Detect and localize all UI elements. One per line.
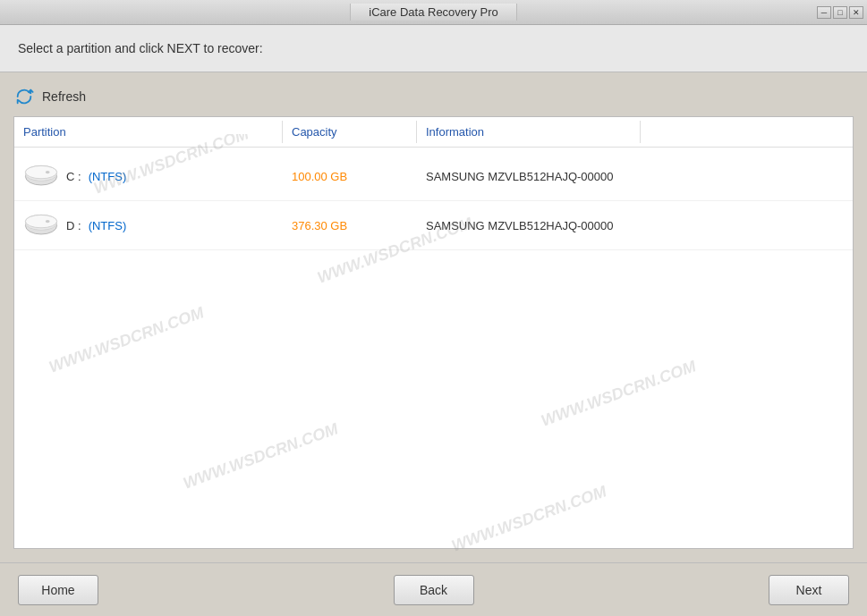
drive-d-capacity: 376.30 GB	[292, 219, 347, 232]
drive-c-letter: C :	[66, 170, 81, 183]
partition-cell-c: C : (NTFS)	[14, 159, 283, 193]
capacity-cell-d: 376.30 GB	[283, 215, 417, 237]
svg-point-8	[25, 215, 56, 227]
window-controls: ─ □ ✕	[817, 6, 863, 19]
next-button[interactable]: Next	[769, 575, 849, 605]
main-content: Select a partition and click NEXT to rec…	[0, 25, 867, 616]
table-body: C : (NTFS) 100.00 GB SAMSUNG MZVLB512HAJ…	[14, 148, 853, 255]
col-header-extra	[641, 121, 853, 143]
back-button[interactable]: Back	[394, 575, 474, 605]
drive-d-info: SAMSUNG MZVLB512HAJQ-00000	[426, 219, 614, 232]
content-panel: Refresh Partition Capacity Information	[0, 72, 867, 562]
capacity-cell-c: 100.00 GB	[283, 165, 417, 188]
instruction-text: Select a partition and click NEXT to rec…	[18, 41, 263, 55]
drive-d-letter: D :	[66, 219, 81, 232]
drive-d-fs: (NTFS)	[89, 219, 127, 232]
partition-table: Partition Capacity Information	[13, 116, 854, 549]
svg-point-4	[46, 171, 50, 173]
refresh-icon	[13, 86, 35, 107]
refresh-label: Refresh	[42, 89, 86, 104]
extra-cell-c	[641, 172, 853, 181]
info-cell-c: SAMSUNG MZVLB512HAJQ-00000	[417, 165, 641, 188]
table-header: Partition Capacity Information	[14, 117, 853, 148]
partition-row-c[interactable]: C : (NTFS) 100.00 GB SAMSUNG MZVLB512HAJ…	[14, 152, 853, 201]
drive-c-fs: (NTFS)	[89, 170, 127, 183]
app-title: iCare Data Recovery Pro	[350, 4, 517, 21]
info-cell-d: SAMSUNG MZVLB512HAJQ-00000	[417, 215, 641, 237]
drive-c-info: SAMSUNG MZVLB512HAJQ-00000	[426, 170, 614, 183]
col-header-capacity: Capacity	[283, 121, 417, 143]
col-header-partition: Partition	[14, 121, 283, 143]
restore-button[interactable]: □	[833, 6, 847, 19]
minimize-button[interactable]: ─	[817, 6, 831, 19]
svg-point-9	[46, 220, 50, 223]
drive-icon-d	[23, 213, 59, 238]
extra-cell-d	[641, 221, 853, 230]
svg-point-3	[25, 165, 56, 178]
partition-row-d[interactable]: D : (NTFS) 376.30 GB SAMSUNG MZVLB512HAJ…	[14, 201, 853, 250]
home-button[interactable]: Home	[18, 575, 98, 605]
instruction-bar: Select a partition and click NEXT to rec…	[0, 25, 867, 72]
drive-icon-c	[23, 164, 59, 189]
col-header-information: Information	[417, 121, 641, 143]
title-bar: iCare Data Recovery Pro ─ □ ✕	[0, 0, 867, 25]
close-button[interactable]: ✕	[849, 6, 863, 19]
bottom-bar: Home Back Next	[0, 562, 867, 616]
partition-cell-d: D : (NTFS)	[14, 208, 283, 242]
refresh-button[interactable]: Refresh	[13, 86, 854, 107]
drive-c-capacity: 100.00 GB	[292, 170, 347, 183]
center-buttons: Back	[98, 575, 769, 605]
